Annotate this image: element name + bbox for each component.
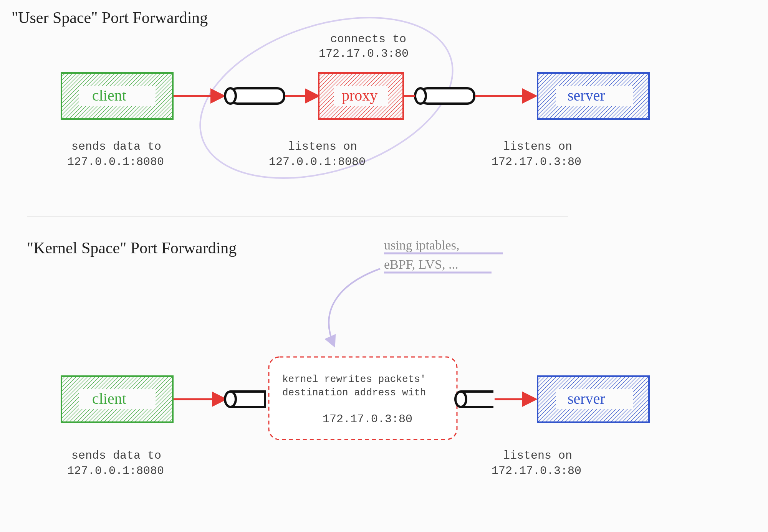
client-label-top: client (92, 87, 126, 104)
pipe-left-bottom (225, 392, 265, 407)
title-kernel-space: "Kernel Space" Port Forwarding (27, 239, 237, 257)
proxy-topdesc2: 172.17.0.3:80 (319, 47, 409, 60)
pipe1-top (225, 88, 284, 104)
client-box-bottom: client (61, 376, 173, 422)
svg-point-7 (415, 88, 426, 104)
note-line1: using iptables, (384, 238, 459, 252)
pipe-right-bottom (455, 392, 493, 407)
svg-point-12 (225, 392, 236, 407)
server-desc2-top: 172.17.0.3:80 (492, 155, 581, 169)
note-line2: eBPF, LVS, ... (384, 257, 458, 271)
client-label-bottom: client (92, 390, 126, 407)
svg-point-3 (225, 88, 236, 104)
svg-point-14 (455, 392, 466, 407)
server-label-top: server (568, 87, 605, 104)
server-box-top: server (538, 73, 649, 119)
server-label-bottom: server (568, 390, 605, 407)
svg-rect-6 (420, 88, 474, 104)
proxy-box: proxy (319, 73, 403, 119)
kernel-line3: 172.17.0.3:80 (323, 413, 412, 426)
note-arrow (329, 269, 380, 345)
server-box-bottom: server (538, 376, 649, 422)
kernel-box: kernel rewrites packets' destination add… (269, 357, 457, 439)
proxy-topdesc1: connects to (330, 33, 406, 46)
server-desc1-bottom: listens on (503, 449, 572, 462)
proxy-label: proxy (342, 87, 377, 104)
title-user-space: "User Space" Port Forwarding (12, 9, 208, 26)
client-desc1-top: sends data to (71, 140, 161, 153)
kernel-line1: kernel rewrites packets' (282, 373, 426, 385)
server-desc2-bottom: 172.17.0.3:80 (492, 464, 581, 477)
client-box-top: client (61, 73, 173, 119)
kernel-line2: destination address with (282, 387, 426, 398)
server-desc1-top: listens on (503, 140, 572, 153)
svg-rect-2 (230, 88, 284, 104)
proxy-botdesc2: 127.0.0.1:8080 (269, 155, 366, 169)
client-desc2-top: 127.0.0.1:8080 (67, 155, 164, 169)
proxy-botdesc1: listens on (288, 140, 357, 153)
client-desc1-bottom: sends data to (71, 449, 161, 462)
pipe2-top (415, 88, 474, 104)
client-desc2-bottom: 127.0.0.1:8080 (67, 464, 164, 477)
